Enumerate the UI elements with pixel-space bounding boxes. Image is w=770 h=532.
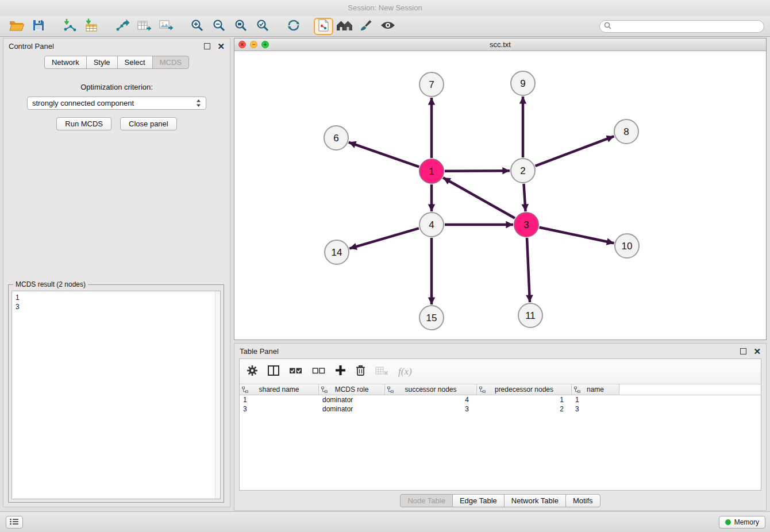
refresh-button[interactable] — [283, 18, 305, 35]
graph-node-15[interactable]: 15 — [419, 306, 444, 330]
window-controls: × – + — [238, 41, 269, 48]
table-body: f(x) shared nameMCDS rolesuccessor nodes… — [239, 358, 761, 491]
table-row[interactable]: 1dominator411 — [240, 395, 761, 404]
cell-shared_name[interactable]: 1 — [240, 395, 319, 404]
table-panel-title: Table Panel — [240, 347, 279, 356]
graph-node-2[interactable]: 2 — [511, 159, 535, 183]
control-panel-tab-style[interactable]: Style — [86, 56, 118, 69]
column-header-name[interactable]: name — [572, 384, 619, 395]
svg-text:14: 14 — [332, 247, 342, 258]
float-table-panel-button[interactable] — [740, 348, 746, 354]
graph-node-10[interactable]: 10 — [615, 234, 639, 258]
svg-text:2: 2 — [520, 165, 525, 176]
column-header-predecessor_nodes[interactable]: predecessor nodes — [477, 384, 572, 395]
open-session-button[interactable] — [6, 18, 28, 35]
graph-node-8[interactable]: 8 — [614, 119, 638, 144]
network-window-titlebar: scc.txt × – + — [234, 38, 766, 51]
select-all-button[interactable] — [289, 366, 302, 377]
graph-node-1[interactable]: 1 — [419, 159, 444, 183]
column-header-shared_name[interactable]: shared name — [240, 384, 319, 395]
column-attribute-icon — [574, 387, 580, 395]
control-panel-tab-mcds[interactable]: MCDS — [152, 56, 189, 69]
graph-edge-1-2[interactable] — [445, 171, 510, 171]
function-builder-button[interactable]: f(x) — [398, 366, 412, 377]
cell-mcds_role[interactable]: dominator — [319, 395, 385, 404]
graph-edge-3-10[interactable] — [540, 228, 614, 243]
zoom-out-button[interactable] — [208, 18, 230, 35]
close-panel-x-button[interactable]: ✕ — [217, 43, 225, 49]
zoom-window-button[interactable]: + — [261, 41, 269, 48]
style-button[interactable] — [355, 18, 377, 35]
memory-status-icon — [725, 519, 731, 525]
zoom-fit-button[interactable] — [230, 18, 252, 35]
zoom-selected-button[interactable] — [252, 18, 274, 35]
graph-node-11[interactable]: 11 — [518, 303, 542, 327]
export-network-button[interactable] — [111, 18, 133, 35]
optimization-criterion-dropdown[interactable]: strongly connected component — [27, 97, 206, 110]
add-row-button[interactable] — [335, 365, 346, 378]
graph-node-9[interactable]: 9 — [511, 71, 535, 95]
table-settings-button[interactable] — [247, 365, 258, 379]
result-scrollbar[interactable] — [215, 291, 220, 499]
network-canvas[interactable]: 7968124314101511 — [234, 51, 766, 340]
svg-text:8: 8 — [623, 126, 629, 137]
close-panel-button[interactable]: Close panel — [120, 117, 177, 130]
graph-edge-3-11[interactable] — [527, 238, 530, 302]
export-table-button[interactable] — [133, 18, 155, 35]
table-tab-edge-table[interactable]: Edge Table — [452, 494, 505, 507]
graph-node-14[interactable]: 14 — [325, 240, 349, 264]
close-window-button[interactable]: × — [238, 41, 246, 48]
cell-name[interactable]: 1 — [572, 395, 619, 404]
search-input[interactable] — [614, 22, 760, 30]
export-table-icon — [137, 18, 152, 34]
cell-mcds_role[interactable]: dominator — [319, 404, 385, 414]
cell-predecessor_nodes[interactable]: 2 — [477, 404, 572, 414]
cell-predecessor_nodes[interactable]: 1 — [477, 395, 572, 404]
table-toolbar: f(x) — [240, 359, 761, 384]
control-panel-tab-network[interactable]: Network — [44, 56, 87, 69]
graph-edge-1-6[interactable] — [349, 142, 419, 167]
minimize-window-button[interactable]: – — [250, 41, 257, 48]
svg-text:15: 15 — [426, 313, 437, 323]
graph-edge-2-3[interactable] — [523, 184, 525, 211]
table-row[interactable]: 3dominator323 — [240, 404, 761, 414]
task-history-button[interactable] — [6, 516, 23, 529]
graph-node-3[interactable]: 3 — [514, 213, 538, 237]
control-panel-tabs: NetworkStyleSelectMCDS — [3, 56, 230, 69]
export-network-icon — [115, 18, 130, 34]
graph-node-7[interactable]: 7 — [419, 72, 444, 97]
graph-edge-4-14[interactable] — [349, 228, 419, 248]
delete-row-button[interactable] — [356, 364, 365, 379]
gear-icon — [247, 365, 258, 379]
graph-edge-3-1[interactable] — [443, 178, 515, 218]
control-panel-tab-select[interactable]: Select — [117, 56, 153, 69]
cell-successor_nodes[interactable]: 3 — [385, 404, 477, 414]
table-tab-network-table[interactable]: Network Table — [504, 494, 566, 507]
network-file-button[interactable] — [314, 18, 333, 35]
table-tab-motifs[interactable]: Motifs — [565, 494, 600, 507]
graph-node-4[interactable]: 4 — [419, 213, 444, 237]
delete-table-button[interactable] — [375, 366, 388, 377]
table-tab-node-table[interactable]: Node Table — [400, 494, 453, 507]
export-image-button[interactable] — [155, 18, 177, 35]
import-table-button[interactable] — [80, 18, 102, 35]
import-network-button[interactable] — [59, 18, 80, 35]
show-hide-graphics-button[interactable] — [377, 18, 399, 35]
cell-successor_nodes[interactable]: 4 — [385, 395, 477, 404]
run-mcds-button[interactable]: Run MCDS — [56, 117, 111, 130]
column-header-successor_nodes[interactable]: successor nodes — [385, 384, 477, 395]
graph-edge-2-8[interactable] — [536, 136, 614, 166]
zoom-in-button[interactable] — [186, 18, 208, 35]
column-header-mcds_role[interactable]: MCDS role — [319, 384, 385, 395]
float-panel-button[interactable] — [204, 43, 210, 49]
cell-name[interactable]: 3 — [572, 404, 619, 414]
home-button[interactable] — [333, 18, 355, 35]
deselect-all-button[interactable] — [312, 366, 325, 377]
show-column-button[interactable] — [268, 365, 279, 378]
memory-button[interactable]: Memory — [719, 516, 765, 529]
column-header-label: successor nodes — [405, 385, 456, 394]
cell-shared_name[interactable]: 3 — [240, 404, 319, 414]
close-table-panel-button[interactable]: ✕ — [753, 348, 761, 354]
graph-node-6[interactable]: 6 — [324, 126, 348, 150]
save-session-button[interactable] — [28, 18, 49, 35]
